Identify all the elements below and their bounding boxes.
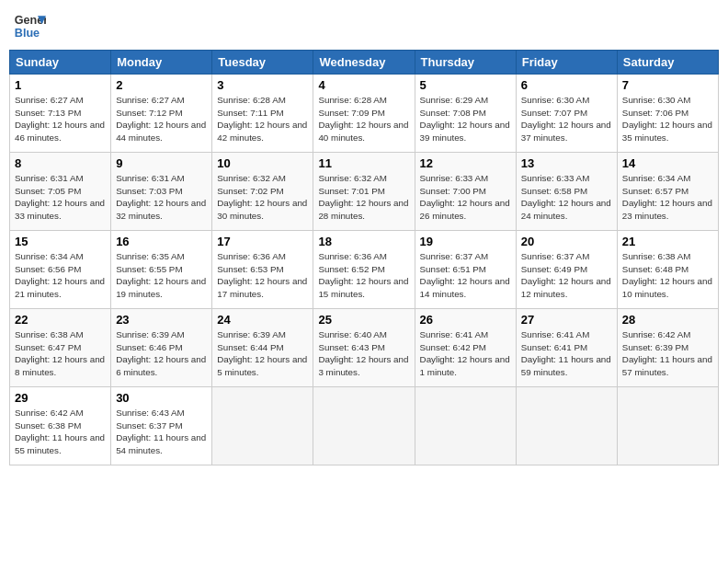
calendar-cell: 16Sunrise: 6:35 AMSunset: 6:55 PMDayligh… [111,231,212,309]
day-info: Sunrise: 6:35 AMSunset: 6:55 PMDaylight:… [116,250,207,301]
day-info: Sunrise: 6:39 AMSunset: 6:46 PMDaylight:… [116,328,207,379]
calendar-cell: 29Sunrise: 6:42 AMSunset: 6:38 PMDayligh… [10,387,111,465]
calendar-cell: 2Sunrise: 6:27 AMSunset: 7:12 PMDaylight… [111,75,212,153]
day-info: Sunrise: 6:28 AMSunset: 7:09 PMDaylight:… [318,94,409,144]
day-number: 11 [318,156,409,170]
weekday-header-thursday: Thursday [415,51,516,75]
day-info: Sunrise: 6:41 AMSunset: 6:42 PMDaylight:… [420,328,511,379]
day-number: 21 [622,235,713,248]
day-info: Sunrise: 6:40 AMSunset: 6:43 PMDaylight:… [318,328,409,379]
day-info: Sunrise: 6:31 AMSunset: 7:05 PMDaylight:… [15,172,106,223]
day-number: 27 [521,313,612,327]
day-info: Sunrise: 6:31 AMSunset: 7:03 PMDaylight:… [116,172,207,223]
day-number: 30 [116,391,207,405]
calendar-cell: 3Sunrise: 6:28 AMSunset: 7:11 PMDaylight… [212,75,313,153]
calendar-cell: 15Sunrise: 6:34 AMSunset: 6:56 PMDayligh… [10,231,111,309]
weekday-header-tuesday: Tuesday [212,51,313,75]
calendar-cell [313,387,415,465]
day-info: Sunrise: 6:29 AMSunset: 7:08 PMDaylight:… [420,94,511,144]
calendar-cell: 17Sunrise: 6:36 AMSunset: 6:53 PMDayligh… [212,231,313,309]
calendar-cell: 23Sunrise: 6:39 AMSunset: 6:46 PMDayligh… [111,309,212,387]
day-number: 26 [420,313,511,327]
weekday-header-friday: Friday [516,51,617,75]
weekday-header-sunday: Sunday [10,51,111,75]
day-info: Sunrise: 6:37 AMSunset: 6:49 PMDaylight:… [521,250,612,301]
day-info: Sunrise: 6:33 AMSunset: 6:58 PMDaylight:… [521,172,612,223]
day-info: Sunrise: 6:36 AMSunset: 6:52 PMDaylight:… [318,250,409,301]
calendar-cell: 26Sunrise: 6:41 AMSunset: 6:42 PMDayligh… [415,309,516,387]
weekday-header-wednesday: Wednesday [313,51,415,75]
day-number: 24 [217,313,308,327]
calendar-cell: 19Sunrise: 6:37 AMSunset: 6:51 PMDayligh… [415,231,516,309]
calendar-cell: 21Sunrise: 6:38 AMSunset: 6:48 PMDayligh… [617,231,718,309]
calendar-cell: 12Sunrise: 6:33 AMSunset: 7:00 PMDayligh… [415,153,516,231]
day-number: 2 [116,78,207,92]
calendar-header-row: SundayMondayTuesdayWednesdayThursdayFrid… [10,51,719,75]
calendar-cell: 8Sunrise: 6:31 AMSunset: 7:05 PMDaylight… [10,153,111,231]
day-info: Sunrise: 6:36 AMSunset: 6:53 PMDaylight:… [217,250,308,301]
weekday-header-monday: Monday [111,51,212,75]
day-number: 6 [521,78,612,92]
day-number: 28 [622,313,713,327]
calendar-cell: 25Sunrise: 6:40 AMSunset: 6:43 PMDayligh… [313,309,415,387]
day-number: 22 [15,313,106,327]
calendar-cell: 20Sunrise: 6:37 AMSunset: 6:49 PMDayligh… [516,231,617,309]
day-number: 13 [521,156,612,170]
calendar-cell [212,387,313,465]
calendar-cell [617,387,718,465]
day-number: 20 [521,235,612,248]
day-info: Sunrise: 6:42 AMSunset: 6:39 PMDaylight:… [622,328,713,379]
day-info: Sunrise: 6:42 AMSunset: 6:38 PMDaylight:… [15,407,106,457]
calendar-cell: 18Sunrise: 6:36 AMSunset: 6:52 PMDayligh… [313,231,415,309]
day-number: 18 [318,235,409,248]
calendar-week-row: 29Sunrise: 6:42 AMSunset: 6:38 PMDayligh… [10,387,719,465]
day-info: Sunrise: 6:39 AMSunset: 6:44 PMDaylight:… [217,328,308,379]
day-number: 7 [622,78,713,92]
day-number: 25 [318,313,409,327]
svg-text:Blue: Blue [15,27,40,40]
day-number: 12 [420,156,511,170]
calendar-week-row: 1Sunrise: 6:27 AMSunset: 7:13 PMDaylight… [10,75,719,153]
day-info: Sunrise: 6:27 AMSunset: 7:12 PMDaylight:… [116,94,207,144]
calendar-cell: 7Sunrise: 6:30 AMSunset: 7:06 PMDaylight… [617,75,718,153]
day-number: 16 [116,235,207,248]
day-info: Sunrise: 6:27 AMSunset: 7:13 PMDaylight:… [15,94,106,144]
day-number: 1 [15,78,106,92]
day-number: 9 [116,156,207,170]
logo-icon: General Blue [13,9,46,42]
day-info: Sunrise: 6:38 AMSunset: 6:47 PMDaylight:… [15,328,106,379]
day-number: 8 [15,156,106,170]
calendar-cell: 24Sunrise: 6:39 AMSunset: 6:44 PMDayligh… [212,309,313,387]
day-number: 10 [217,156,308,170]
calendar-week-row: 15Sunrise: 6:34 AMSunset: 6:56 PMDayligh… [10,231,719,309]
day-number: 3 [217,78,308,92]
day-info: Sunrise: 6:34 AMSunset: 6:56 PMDaylight:… [15,250,106,301]
calendar-cell: 5Sunrise: 6:29 AMSunset: 7:08 PMDaylight… [415,75,516,153]
page-header: General Blue [9,9,719,42]
calendar-cell: 1Sunrise: 6:27 AMSunset: 7:13 PMDaylight… [10,75,111,153]
calendar-cell: 4Sunrise: 6:28 AMSunset: 7:09 PMDaylight… [313,75,415,153]
day-number: 5 [420,78,511,92]
calendar-week-row: 22Sunrise: 6:38 AMSunset: 6:47 PMDayligh… [10,309,719,387]
calendar-cell [415,387,516,465]
day-info: Sunrise: 6:28 AMSunset: 7:11 PMDaylight:… [217,94,308,144]
day-info: Sunrise: 6:43 AMSunset: 6:37 PMDaylight:… [116,407,207,457]
calendar-cell: 10Sunrise: 6:32 AMSunset: 7:02 PMDayligh… [212,153,313,231]
calendar-cell: 27Sunrise: 6:41 AMSunset: 6:41 PMDayligh… [516,309,617,387]
calendar-cell: 9Sunrise: 6:31 AMSunset: 7:03 PMDaylight… [111,153,212,231]
day-info: Sunrise: 6:32 AMSunset: 7:02 PMDaylight:… [217,172,308,223]
day-info: Sunrise: 6:30 AMSunset: 7:07 PMDaylight:… [521,94,612,144]
calendar-cell: 11Sunrise: 6:32 AMSunset: 7:01 PMDayligh… [313,153,415,231]
day-number: 14 [622,156,713,170]
calendar-cell: 14Sunrise: 6:34 AMSunset: 6:57 PMDayligh… [617,153,718,231]
calendar-cell [516,387,617,465]
calendar-cell: 13Sunrise: 6:33 AMSunset: 6:58 PMDayligh… [516,153,617,231]
calendar-week-row: 8Sunrise: 6:31 AMSunset: 7:05 PMDaylight… [10,153,719,231]
calendar-cell: 30Sunrise: 6:43 AMSunset: 6:37 PMDayligh… [111,387,212,465]
day-number: 19 [420,235,511,248]
day-info: Sunrise: 6:34 AMSunset: 6:57 PMDaylight:… [622,172,713,223]
calendar-cell: 22Sunrise: 6:38 AMSunset: 6:47 PMDayligh… [10,309,111,387]
day-number: 29 [15,391,106,405]
logo: General Blue [13,9,46,42]
day-number: 15 [15,235,106,248]
